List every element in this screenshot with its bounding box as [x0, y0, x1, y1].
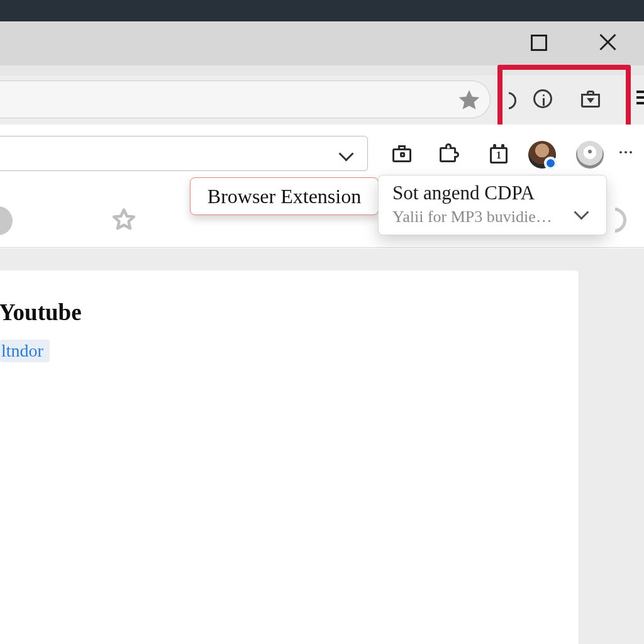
- search-dropdown[interactable]: [0, 136, 368, 171]
- app-stage: 1 ··· Browser Extension Sot angend CDPA …: [0, 0, 644, 644]
- map-pin-icon: [586, 147, 594, 158]
- browser-extension-label: Browser Extension: [208, 186, 361, 206]
- browser-extension-button[interactable]: Browser Extension: [190, 177, 379, 215]
- calendar-badge-icon[interactable]: 1: [488, 143, 511, 166]
- window-top-strip: [0, 0, 644, 21]
- profile-avatar-1[interactable]: [528, 141, 556, 169]
- chevron-down-icon[interactable]: [338, 146, 355, 162]
- page-heading: Youtube: [0, 301, 82, 324]
- address-bar[interactable]: [0, 80, 491, 118]
- menu-icon[interactable]: [636, 91, 644, 106]
- extensions-icon[interactable]: [438, 143, 460, 166]
- calendar-badge-number: 1: [488, 150, 509, 161]
- content-tag-link[interactable]: ltndor: [0, 340, 50, 362]
- camera-icon[interactable]: [391, 143, 414, 166]
- tooltip-title: Sot angend CDPA: [392, 182, 594, 204]
- info-icon[interactable]: [533, 89, 552, 108]
- profile-avatar-2[interactable]: [576, 141, 604, 169]
- tooltip-subtitle: Yalii for MP3 buvidie…: [392, 207, 556, 227]
- bookmark-star-icon[interactable]: [457, 88, 482, 113]
- chevron-down-icon[interactable]: [576, 207, 590, 221]
- favorites-star-icon[interactable]: [110, 206, 138, 234]
- close-icon[interactable]: [599, 33, 618, 52]
- downloads-icon[interactable]: [581, 89, 600, 108]
- overflow-menu-icon[interactable]: ···: [619, 150, 640, 161]
- extension-tooltip-card[interactable]: Sot angend CDPA Yalii for MP3 buvidie…: [378, 175, 607, 235]
- maximize-icon[interactable]: [531, 35, 547, 51]
- content-card: [0, 270, 579, 644]
- window-titlebar: [0, 21, 644, 65]
